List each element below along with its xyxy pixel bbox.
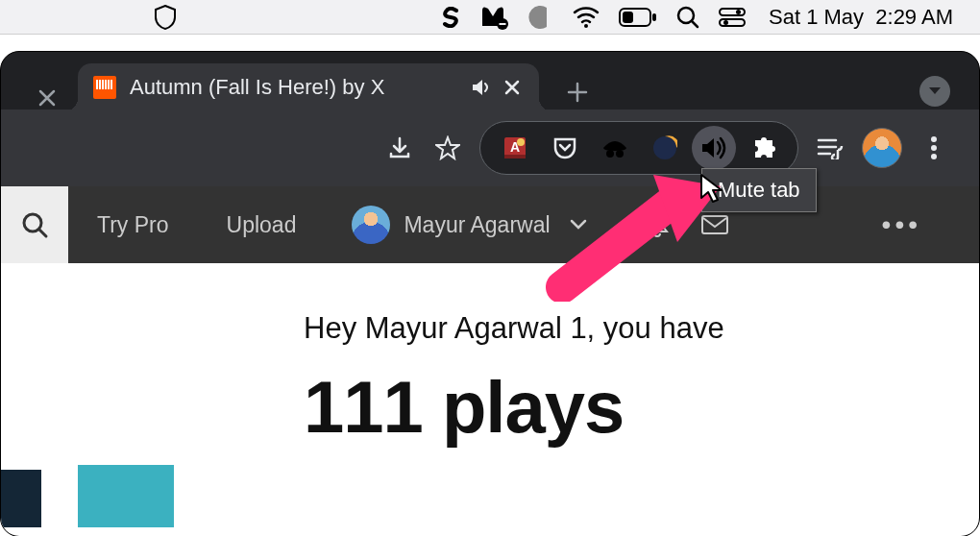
spotlight-icon[interactable]: [676, 6, 699, 29]
svg-rect-5: [623, 12, 633, 23]
app-indicator-s-icon[interactable]: [440, 7, 461, 28]
svg-rect-13: [504, 155, 526, 158]
greeting-text: Hey Mayur Agarwal 1, you have: [304, 311, 899, 346]
menubar-datetime[interactable]: Sat 1 May 2:29 AM: [769, 5, 953, 30]
shield-icon[interactable]: [154, 5, 177, 30]
do-not-disturb-icon[interactable]: [528, 5, 553, 30]
bookmark-star-icon[interactable]: [427, 127, 469, 169]
menubar-date: Sat 1 May: [769, 5, 864, 30]
svg-point-24: [931, 154, 937, 159]
extensions-container: A: [479, 121, 798, 175]
svg-rect-1: [500, 23, 506, 25]
tab-title: Autumn (Fall Is Here!) by X: [130, 75, 462, 100]
macos-menubar: Sat 1 May 2:29 AM: [0, 0, 980, 35]
svg-rect-4: [652, 13, 656, 21]
battery-icon[interactable]: [619, 8, 657, 27]
user-avatar: [352, 206, 390, 244]
notifications-icon[interactable]: [645, 211, 670, 238]
page-viewport: Try Pro Upload Mayur Agarwal ••• Hey May…: [1, 186, 979, 536]
svg-rect-8: [720, 9, 745, 15]
user-name: Mayur Agarwal: [404, 212, 550, 238]
stats-panel: Hey Mayur Agarwal 1, you have 111 plays: [304, 311, 899, 449]
profile-avatar[interactable]: [862, 128, 902, 168]
svg-point-23: [931, 145, 937, 151]
malwarebytes-icon[interactable]: [480, 5, 509, 30]
soundcloud-header: Try Pro Upload Mayur Agarwal •••: [1, 186, 979, 263]
svg-point-9: [736, 10, 741, 14]
nav-try-pro[interactable]: Try Pro: [97, 212, 169, 238]
tab-close-icon[interactable]: [501, 76, 524, 99]
messages-icon[interactable]: [700, 214, 729, 235]
svg-rect-27: [702, 216, 727, 233]
page-content: Hey Mayur Agarwal 1, you have 111 plays: [1, 263, 979, 536]
svg-rect-10: [720, 19, 745, 26]
nav-more-menu[interactable]: •••: [882, 209, 921, 240]
soundcloud-favicon: [93, 76, 116, 99]
svg-point-22: [931, 136, 937, 142]
global-media-speaker-button[interactable]: [692, 126, 736, 170]
extension-swirl-icon[interactable]: [643, 127, 687, 169]
menubar-time: 2:29 AM: [875, 5, 953, 30]
browser-window: Autumn (Fall Is Here!) by X A: [0, 51, 980, 536]
active-tab[interactable]: Autumn (Fall Is Here!) by X: [78, 63, 539, 111]
nav-user-menu[interactable]: Mayur Agarwal: [325, 206, 586, 244]
media-queue-icon[interactable]: [809, 127, 851, 169]
browser-toolbar: A: [1, 110, 979, 186]
svg-point-17: [616, 150, 624, 158]
wifi-icon[interactable]: [573, 7, 600, 28]
svg-point-16: [606, 150, 614, 158]
tab-strip: Autumn (Fall Is Here!) by X: [1, 52, 979, 110]
browser-menu-icon[interactable]: [913, 127, 955, 169]
svg-point-18: [653, 136, 676, 159]
svg-point-15: [517, 138, 525, 146]
svg-point-2: [584, 24, 588, 28]
svg-line-26: [39, 230, 46, 236]
extension-pocket-icon[interactable]: [543, 127, 587, 169]
soundcloud-search-button[interactable]: [1, 186, 68, 263]
new-tab-button[interactable]: [558, 73, 597, 111]
thumbnail-2[interactable]: [78, 465, 174, 527]
plays-count: 111 plays: [304, 365, 899, 449]
nav-upload[interactable]: Upload: [227, 212, 297, 238]
svg-point-11: [723, 20, 728, 25]
extension-incognito-icon[interactable]: [593, 127, 637, 169]
extensions-puzzle-icon[interactable]: [741, 127, 785, 169]
window-search-tabs-button[interactable]: [919, 76, 950, 107]
mute-tab-tooltip: Mute tab: [701, 168, 817, 212]
audio-playing-icon[interactable]: [472, 79, 491, 96]
svg-line-7: [692, 21, 698, 27]
downloads-icon[interactable]: [379, 127, 421, 169]
thumbnail-1[interactable]: [1, 470, 41, 527]
extension-dictionary-icon[interactable]: A: [493, 127, 537, 169]
control-center-icon[interactable]: [719, 8, 746, 27]
